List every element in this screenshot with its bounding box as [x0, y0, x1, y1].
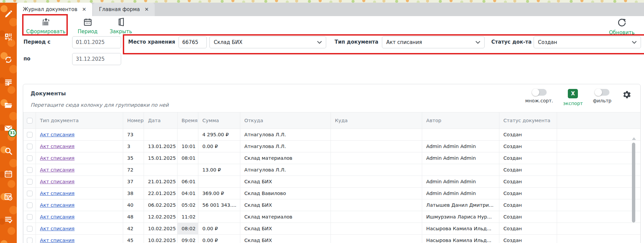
pencil-icon[interactable]	[0, 3, 17, 26]
scroll-up-icon[interactable]	[632, 137, 636, 140]
time-cell: 08:02	[178, 223, 198, 234]
doc-type-link[interactable]: Акт списания	[40, 155, 75, 161]
to-cell	[331, 223, 422, 234]
doc-type-select[interactable]: Акт списания	[382, 36, 485, 48]
header-from[interactable]: Откуда	[240, 112, 331, 129]
number-cell: 73	[123, 129, 144, 140]
tab-close-icon[interactable]: ✕	[82, 6, 87, 12]
row-checkbox-cell	[23, 235, 36, 243]
table-row[interactable]: Акт списания 72 13.00 ₽ Атнагулова Л.Л. …	[23, 164, 640, 176]
table-row[interactable]: Акт списания 3 13.01.2025 10:01 0.00 ₽ А…	[23, 141, 640, 152]
schedule-table-icon[interactable]	[0, 185, 17, 208]
row-checkbox[interactable]	[27, 155, 33, 161]
scrollbar-thumb[interactable]	[632, 143, 635, 223]
calendar-icon[interactable]	[0, 162, 17, 185]
doc-type-link[interactable]: Акт списания	[40, 132, 75, 137]
vertical-scrollbar[interactable]	[632, 137, 636, 243]
tab-label: Главная форма	[99, 6, 140, 12]
row-checkbox[interactable]	[27, 214, 33, 220]
export-button[interactable]: X экспорт	[563, 89, 583, 106]
tab-main-form[interactable]: Главная форма ✕	[93, 3, 155, 16]
header-number[interactable]: Номер	[123, 112, 144, 129]
row-checkbox[interactable]	[27, 179, 33, 185]
row-checkbox[interactable]	[27, 238, 33, 243]
qr-code-icon[interactable]	[0, 26, 17, 48]
tab-close-icon[interactable]: ✕	[145, 6, 149, 12]
table-row[interactable]: Акт списания 73 4 295.00 ₽ Атнагулова Л.…	[23, 129, 640, 141]
header-author[interactable]: Автор	[422, 112, 499, 129]
period-to-input[interactable]	[72, 53, 121, 65]
row-checkbox[interactable]	[27, 202, 33, 208]
author-cell: Латышев Данил Дмитри...	[422, 199, 499, 211]
close-button[interactable]: Закрыть	[110, 17, 132, 35]
doc-type-cell: Акт списания	[36, 176, 123, 187]
doc-type-link[interactable]: Акт списания	[40, 167, 75, 173]
header-to[interactable]: Куда	[331, 112, 422, 129]
sum-cell	[198, 176, 240, 187]
number-cell: 72	[123, 164, 144, 176]
search-icon[interactable]	[0, 140, 17, 162]
period-button-label: Период	[78, 29, 97, 35]
header-time[interactable]: Время	[178, 112, 198, 129]
status-cell: Создан	[499, 164, 557, 176]
status-cell: Создан	[499, 211, 557, 223]
doc-type-link[interactable]: Акт списания	[40, 226, 75, 231]
table-row[interactable]: Акт списания 35 15.01.2025 08:01 Склад м…	[23, 152, 640, 164]
doc-type-link[interactable]: Акт списания	[40, 238, 75, 243]
doc-type-link[interactable]: Акт списания	[40, 191, 75, 196]
row-checkbox[interactable]	[27, 132, 33, 138]
mail-icon[interactable]: 31	[0, 117, 17, 140]
tab-bar: Журнал документов ✕ Главная форма ✕	[17, 3, 644, 16]
storage-select[interactable]: Склад БИХ	[209, 36, 326, 48]
settings-button[interactable]	[622, 89, 632, 101]
to-cell	[331, 235, 422, 243]
filter-label: фильтр	[593, 98, 611, 103]
row-checkbox[interactable]	[27, 191, 33, 196]
author-cell	[422, 129, 499, 140]
task-list-icon[interactable]	[0, 208, 17, 231]
generate-button[interactable]: Сформировать	[26, 17, 65, 35]
header-date[interactable]: Дата	[144, 112, 178, 129]
header-checkbox-cell[interactable]	[23, 112, 36, 129]
table-row[interactable]: Акт списания 38 22.01.2025 04:01 369.00 …	[23, 188, 640, 199]
header-doc-status[interactable]: Статус документа	[499, 112, 557, 129]
folder-open-icon[interactable]	[0, 94, 17, 117]
row-checkbox[interactable]	[27, 144, 33, 149]
tab-document-journal[interactable]: Журнал документов ✕	[17, 3, 92, 16]
calendar-icon	[83, 17, 92, 28]
row-checkbox[interactable]	[27, 167, 33, 173]
chevron-down-icon	[317, 41, 322, 44]
header-sum[interactable]: Сумма	[198, 112, 240, 129]
sync-icon[interactable]	[0, 48, 17, 71]
doc-status-select[interactable]: Создан	[534, 36, 641, 48]
table-row[interactable]: Акт списания 42 10.02.2025 08:02 0.00 ₽ …	[23, 223, 640, 235]
doc-type-link[interactable]: Акт списания	[40, 179, 75, 184]
doc-type-link[interactable]: Акт списания	[40, 202, 75, 208]
period-from-input[interactable]	[72, 36, 121, 48]
table-row[interactable]: Акт списания 48 12.02.2025 11:02 Склад м…	[23, 211, 640, 223]
time-cell: 06:01	[178, 176, 198, 187]
select-all-checkbox[interactable]	[27, 118, 33, 124]
status-cell: Создан	[499, 188, 557, 199]
header-doc-type[interactable]: Тип документа	[36, 112, 123, 129]
storage-code-input[interactable]	[179, 36, 207, 48]
documents-panel: Документы множ.сорт. X экспорт фильтр	[23, 84, 641, 243]
table-row[interactable]: Акт списания 40 06.02.2025 05:02 56 001 …	[23, 199, 640, 211]
excel-icon: X	[568, 89, 578, 98]
sum-cell	[198, 152, 240, 164]
filter-toggle[interactable]: фильтр	[593, 89, 611, 103]
period-button[interactable]: Период	[78, 17, 97, 35]
paste-list-icon[interactable]	[0, 71, 17, 94]
row-checkbox[interactable]	[27, 226, 33, 232]
panel-controls: множ.сорт. X экспорт фильтр	[525, 89, 632, 106]
table-row[interactable]: Акт списания 37 21.01.2025 06:01 Склад Б…	[23, 176, 640, 188]
author-cell: Admin Admin Admin	[422, 188, 499, 199]
doc-type-link[interactable]: Акт списания	[40, 144, 75, 149]
multisort-toggle[interactable]: множ.сорт.	[525, 89, 553, 103]
number-cell: 42	[123, 223, 144, 234]
table-row[interactable]: Акт списания 45 10.02.2025 09:02 0.00 ₽ …	[23, 235, 640, 243]
doc-type-cell: Акт списания	[36, 223, 123, 234]
refresh-button[interactable]: Обновить	[609, 17, 635, 36]
doc-type-link[interactable]: Акт списания	[40, 214, 75, 220]
date-cell: 10.02.2025	[144, 235, 178, 243]
